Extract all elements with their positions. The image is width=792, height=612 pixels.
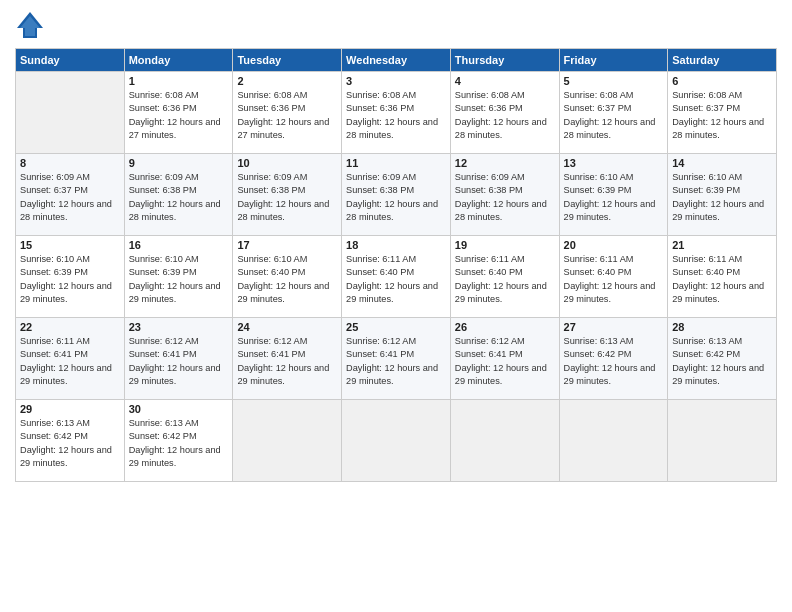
calendar-cell — [233, 400, 342, 482]
day-number: 3 — [346, 75, 446, 87]
calendar-week-row: 29Sunrise: 6:13 AMSunset: 6:42 PMDayligh… — [16, 400, 777, 482]
calendar-cell: 22Sunrise: 6:11 AMSunset: 6:41 PMDayligh… — [16, 318, 125, 400]
day-number: 22 — [20, 321, 120, 333]
day-number: 1 — [129, 75, 229, 87]
calendar-cell: 1Sunrise: 6:08 AMSunset: 6:36 PMDaylight… — [124, 72, 233, 154]
day-number: 20 — [564, 239, 664, 251]
calendar-cell: 4Sunrise: 6:08 AMSunset: 6:36 PMDaylight… — [450, 72, 559, 154]
calendar-cell — [342, 400, 451, 482]
day-number: 21 — [672, 239, 772, 251]
calendar-day-header: Monday — [124, 49, 233, 72]
day-number: 9 — [129, 157, 229, 169]
day-number: 11 — [346, 157, 446, 169]
day-info: Sunrise: 6:13 AMSunset: 6:42 PMDaylight:… — [564, 335, 664, 388]
day-number: 17 — [237, 239, 337, 251]
day-number: 15 — [20, 239, 120, 251]
calendar-week-row: 8Sunrise: 6:09 AMSunset: 6:37 PMDaylight… — [16, 154, 777, 236]
calendar-cell: 9Sunrise: 6:09 AMSunset: 6:38 PMDaylight… — [124, 154, 233, 236]
calendar-week-row: 1Sunrise: 6:08 AMSunset: 6:36 PMDaylight… — [16, 72, 777, 154]
calendar-cell: 24Sunrise: 6:12 AMSunset: 6:41 PMDayligh… — [233, 318, 342, 400]
day-info: Sunrise: 6:10 AMSunset: 6:39 PMDaylight:… — [672, 171, 772, 224]
calendar-cell: 15Sunrise: 6:10 AMSunset: 6:39 PMDayligh… — [16, 236, 125, 318]
logo-icon — [15, 10, 45, 40]
day-info: Sunrise: 6:12 AMSunset: 6:41 PMDaylight:… — [455, 335, 555, 388]
day-number: 29 — [20, 403, 120, 415]
day-number: 19 — [455, 239, 555, 251]
day-info: Sunrise: 6:11 AMSunset: 6:41 PMDaylight:… — [20, 335, 120, 388]
day-info: Sunrise: 6:08 AMSunset: 6:36 PMDaylight:… — [237, 89, 337, 142]
calendar-cell: 27Sunrise: 6:13 AMSunset: 6:42 PMDayligh… — [559, 318, 668, 400]
calendar-cell: 2Sunrise: 6:08 AMSunset: 6:36 PMDaylight… — [233, 72, 342, 154]
calendar-cell — [450, 400, 559, 482]
day-number: 16 — [129, 239, 229, 251]
calendar-cell: 18Sunrise: 6:11 AMSunset: 6:40 PMDayligh… — [342, 236, 451, 318]
day-number: 23 — [129, 321, 229, 333]
day-info: Sunrise: 6:12 AMSunset: 6:41 PMDaylight:… — [346, 335, 446, 388]
page: SundayMondayTuesdayWednesdayThursdayFrid… — [0, 0, 792, 612]
calendar-day-header: Tuesday — [233, 49, 342, 72]
day-info: Sunrise: 6:09 AMSunset: 6:37 PMDaylight:… — [20, 171, 120, 224]
calendar-cell: 29Sunrise: 6:13 AMSunset: 6:42 PMDayligh… — [16, 400, 125, 482]
day-number: 27 — [564, 321, 664, 333]
day-number: 25 — [346, 321, 446, 333]
calendar-cell: 6Sunrise: 6:08 AMSunset: 6:37 PMDaylight… — [668, 72, 777, 154]
day-number: 30 — [129, 403, 229, 415]
calendar-cell: 23Sunrise: 6:12 AMSunset: 6:41 PMDayligh… — [124, 318, 233, 400]
day-info: Sunrise: 6:09 AMSunset: 6:38 PMDaylight:… — [237, 171, 337, 224]
day-number: 5 — [564, 75, 664, 87]
calendar-cell: 28Sunrise: 6:13 AMSunset: 6:42 PMDayligh… — [668, 318, 777, 400]
day-info: Sunrise: 6:12 AMSunset: 6:41 PMDaylight:… — [129, 335, 229, 388]
calendar-day-header: Wednesday — [342, 49, 451, 72]
day-info: Sunrise: 6:08 AMSunset: 6:36 PMDaylight:… — [129, 89, 229, 142]
day-number: 28 — [672, 321, 772, 333]
day-number: 4 — [455, 75, 555, 87]
calendar-week-row: 15Sunrise: 6:10 AMSunset: 6:39 PMDayligh… — [16, 236, 777, 318]
calendar-cell: 11Sunrise: 6:09 AMSunset: 6:38 PMDayligh… — [342, 154, 451, 236]
day-info: Sunrise: 6:08 AMSunset: 6:36 PMDaylight:… — [346, 89, 446, 142]
calendar-cell: 19Sunrise: 6:11 AMSunset: 6:40 PMDayligh… — [450, 236, 559, 318]
day-number: 10 — [237, 157, 337, 169]
day-number: 24 — [237, 321, 337, 333]
calendar-cell — [559, 400, 668, 482]
calendar-cell — [668, 400, 777, 482]
calendar-day-header: Sunday — [16, 49, 125, 72]
calendar-cell: 25Sunrise: 6:12 AMSunset: 6:41 PMDayligh… — [342, 318, 451, 400]
calendar-day-header: Saturday — [668, 49, 777, 72]
day-info: Sunrise: 6:10 AMSunset: 6:39 PMDaylight:… — [20, 253, 120, 306]
calendar-week-row: 22Sunrise: 6:11 AMSunset: 6:41 PMDayligh… — [16, 318, 777, 400]
calendar-cell: 16Sunrise: 6:10 AMSunset: 6:39 PMDayligh… — [124, 236, 233, 318]
day-info: Sunrise: 6:12 AMSunset: 6:41 PMDaylight:… — [237, 335, 337, 388]
day-number: 14 — [672, 157, 772, 169]
calendar-cell: 14Sunrise: 6:10 AMSunset: 6:39 PMDayligh… — [668, 154, 777, 236]
calendar-cell: 8Sunrise: 6:09 AMSunset: 6:37 PMDaylight… — [16, 154, 125, 236]
day-info: Sunrise: 6:11 AMSunset: 6:40 PMDaylight:… — [455, 253, 555, 306]
day-number: 6 — [672, 75, 772, 87]
calendar-cell — [16, 72, 125, 154]
day-number: 12 — [455, 157, 555, 169]
calendar-cell: 12Sunrise: 6:09 AMSunset: 6:38 PMDayligh… — [450, 154, 559, 236]
day-info: Sunrise: 6:10 AMSunset: 6:39 PMDaylight:… — [129, 253, 229, 306]
day-info: Sunrise: 6:08 AMSunset: 6:37 PMDaylight:… — [672, 89, 772, 142]
day-number: 26 — [455, 321, 555, 333]
day-info: Sunrise: 6:08 AMSunset: 6:36 PMDaylight:… — [455, 89, 555, 142]
calendar-cell: 26Sunrise: 6:12 AMSunset: 6:41 PMDayligh… — [450, 318, 559, 400]
day-info: Sunrise: 6:13 AMSunset: 6:42 PMDaylight:… — [129, 417, 229, 470]
header — [15, 10, 777, 40]
day-info: Sunrise: 6:11 AMSunset: 6:40 PMDaylight:… — [346, 253, 446, 306]
calendar-cell: 17Sunrise: 6:10 AMSunset: 6:40 PMDayligh… — [233, 236, 342, 318]
calendar-cell: 30Sunrise: 6:13 AMSunset: 6:42 PMDayligh… — [124, 400, 233, 482]
day-info: Sunrise: 6:09 AMSunset: 6:38 PMDaylight:… — [346, 171, 446, 224]
calendar-cell: 3Sunrise: 6:08 AMSunset: 6:36 PMDaylight… — [342, 72, 451, 154]
day-number: 13 — [564, 157, 664, 169]
calendar-cell: 13Sunrise: 6:10 AMSunset: 6:39 PMDayligh… — [559, 154, 668, 236]
calendar-header-row: SundayMondayTuesdayWednesdayThursdayFrid… — [16, 49, 777, 72]
calendar-day-header: Thursday — [450, 49, 559, 72]
day-number: 2 — [237, 75, 337, 87]
calendar-cell: 20Sunrise: 6:11 AMSunset: 6:40 PMDayligh… — [559, 236, 668, 318]
day-info: Sunrise: 6:11 AMSunset: 6:40 PMDaylight:… — [672, 253, 772, 306]
day-info: Sunrise: 6:09 AMSunset: 6:38 PMDaylight:… — [129, 171, 229, 224]
day-info: Sunrise: 6:11 AMSunset: 6:40 PMDaylight:… — [564, 253, 664, 306]
calendar-day-header: Friday — [559, 49, 668, 72]
day-number: 18 — [346, 239, 446, 251]
calendar-cell: 21Sunrise: 6:11 AMSunset: 6:40 PMDayligh… — [668, 236, 777, 318]
